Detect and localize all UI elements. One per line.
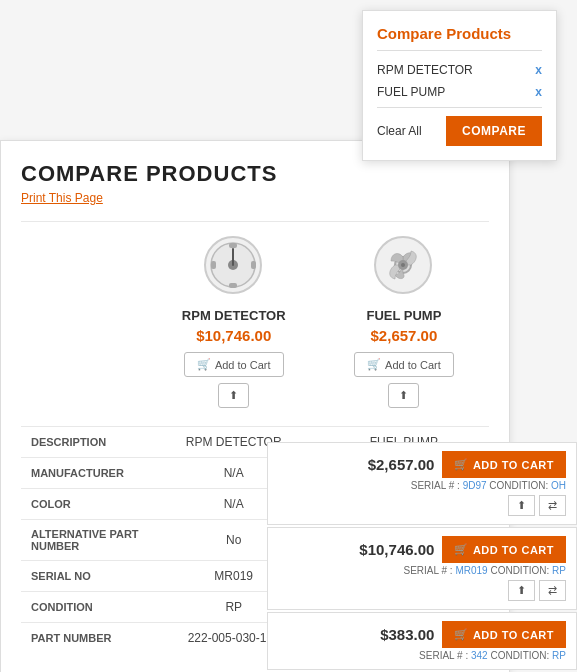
cart-icon-pump: 🛒: [367, 358, 381, 371]
cart-item-2-price-row: $10,746.00 🛒 ADD TO CART: [278, 536, 566, 563]
rpm-product-header: RPM DETECTOR $10,746.00 🛒 Add to Cart ⬆: [159, 230, 309, 418]
attr-label-color: COLOR: [21, 489, 149, 520]
rpm-add-to-cart-button[interactable]: 🛒 Add to Cart: [184, 352, 284, 377]
cart-item-1-wishlist[interactable]: ⬆: [508, 495, 535, 516]
cart-item-3-add-button[interactable]: 🛒 ADD TO CART: [442, 621, 566, 648]
cart-item-2-add-button[interactable]: 🛒 ADD TO CART: [442, 536, 566, 563]
attr-label-condition: CONDITION: [21, 592, 149, 623]
cart-item-1-price-row: $2,657.00 🛒 ADD TO CART: [278, 451, 566, 478]
cart-item-3-price-row: $383.00 🛒 ADD TO CART: [278, 621, 566, 648]
cart-item-1-price: $2,657.00: [368, 456, 435, 473]
svg-point-11: [401, 263, 405, 267]
cart-item-2-label: ADD TO CART: [473, 544, 554, 556]
pump-product-price: $2,657.00: [329, 327, 479, 344]
product-col-pump: FUEL PUMP $2,657.00 🛒 Add to Cart ⬆: [319, 222, 489, 427]
cart-items-panel: $2,657.00 🛒 ADD TO CART SERIAL # : 9D97 …: [267, 442, 577, 672]
attr-label-manufacturer: MANUFACTURER: [21, 458, 149, 489]
cart-item-1-details: SERIAL # : 9D97 CONDITION: OH: [278, 480, 566, 491]
pump-add-to-cart-button[interactable]: 🛒 Add to Cart: [354, 352, 454, 377]
cart-item-1-condition: OH: [551, 480, 566, 491]
product-col-rpm: RPM DETECTOR $10,746.00 🛒 Add to Cart ⬆: [149, 222, 319, 427]
cart-item-1-label: ADD TO CART: [473, 459, 554, 471]
rpm-product-price: $10,746.00: [159, 327, 309, 344]
cart-item-1-serial: 9D97: [463, 480, 487, 491]
cart-item-2-serial: MR019: [455, 565, 487, 576]
cart-icon-rpm: 🛒: [197, 358, 211, 371]
attr-label-description: DESCRIPTION: [21, 427, 149, 458]
compare-item-pump-label: FUEL PUMP: [377, 85, 445, 99]
cart-item-3-label: ADD TO CART: [473, 629, 554, 641]
page-title: COMPARE PRODUCTS: [21, 161, 489, 187]
print-link[interactable]: Print This Page: [21, 191, 489, 205]
pump-product-header: FUEL PUMP $2,657.00 🛒 Add to Cart ⬆: [329, 230, 479, 418]
attr-label-part-number: PART NUMBER: [21, 623, 149, 654]
compare-button[interactable]: COMPARE: [446, 116, 542, 146]
compare-widget: Compare Products RPM DETECTOR x FUEL PUM…: [362, 10, 557, 161]
compare-item-pump: FUEL PUMP x: [377, 85, 542, 99]
compare-item-rpm-label: RPM DETECTOR: [377, 63, 473, 77]
cart-item-3-condition: RP: [552, 650, 566, 661]
pump-product-name: FUEL PUMP: [329, 308, 479, 323]
cart-icon-1: 🛒: [454, 458, 469, 471]
compare-widget-title: Compare Products: [377, 25, 542, 51]
attr-label-serial: SERIAL NO: [21, 561, 149, 592]
cart-item-3-price: $383.00: [380, 626, 434, 643]
svg-rect-5: [229, 283, 237, 288]
cart-item-2-condition: RP: [552, 565, 566, 576]
attr-label-alt-part: ALTERNATIVE PART NUMBER: [21, 520, 149, 561]
widget-actions: Clear All COMPARE: [377, 116, 542, 146]
cart-item-3: $383.00 🛒 ADD TO CART SERIAL # : 342 CON…: [267, 612, 577, 670]
cart-item-3-details: SERIAL # : 342 CONDITION: RP: [278, 650, 566, 661]
cart-item-1: $2,657.00 🛒 ADD TO CART SERIAL # : 9D97 …: [267, 442, 577, 525]
label-col-header: [21, 222, 149, 427]
rpm-product-name: RPM DETECTOR: [159, 308, 309, 323]
cart-item-3-serial: 342: [471, 650, 488, 661]
cart-item-2-wishlist[interactable]: ⬆: [508, 580, 535, 601]
pump-wishlist-button[interactable]: ⬆: [388, 383, 419, 408]
clear-all-link[interactable]: Clear All: [377, 124, 422, 138]
cart-item-2: $10,746.00 🛒 ADD TO CART SERIAL # : MR01…: [267, 527, 577, 610]
remove-rpm-button[interactable]: x: [535, 63, 542, 77]
rpm-wishlist-button[interactable]: ⬆: [218, 383, 249, 408]
cart-item-1-compare[interactable]: ⇄: [539, 495, 566, 516]
svg-rect-4: [251, 261, 256, 269]
cart-item-2-details: SERIAL # : MR019 CONDITION: RP: [278, 565, 566, 576]
pump-product-image: [369, 230, 439, 300]
cart-item-2-compare[interactable]: ⇄: [539, 580, 566, 601]
cart-icon-3: 🛒: [454, 628, 469, 641]
cart-item-2-actions: ⬆ ⇄: [278, 580, 566, 601]
rpm-product-image: [199, 230, 269, 300]
cart-item-1-actions: ⬆ ⇄: [278, 495, 566, 516]
cart-item-1-add-button[interactable]: 🛒 ADD TO CART: [442, 451, 566, 478]
svg-rect-2: [229, 243, 237, 248]
cart-icon-2: 🛒: [454, 543, 469, 556]
compare-item-rpm: RPM DETECTOR x: [377, 63, 542, 77]
svg-rect-3: [211, 261, 216, 269]
remove-pump-button[interactable]: x: [535, 85, 542, 99]
cart-item-2-price: $10,746.00: [359, 541, 434, 558]
widget-divider: [377, 107, 542, 108]
